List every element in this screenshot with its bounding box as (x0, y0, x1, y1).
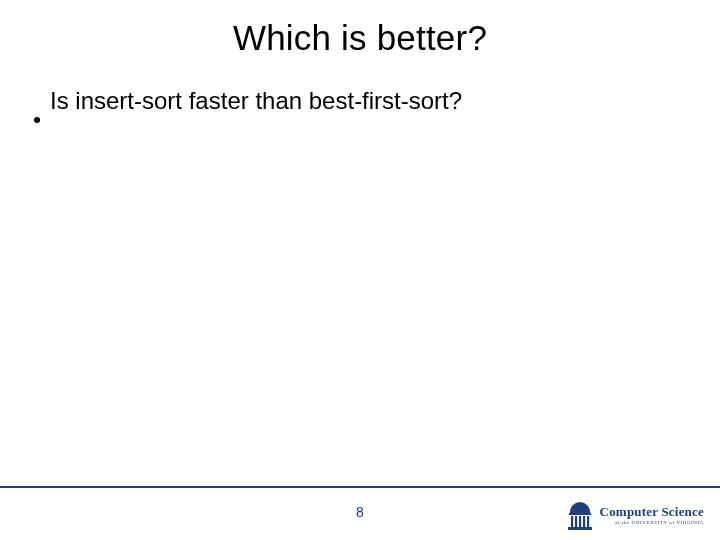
footer-logo: Computer Science at the UNIVERSITY of VI… (566, 498, 704, 532)
slide-body: Is insert-sort faster than best-first-so… (34, 86, 686, 116)
svg-rect-1 (571, 516, 573, 527)
svg-rect-6 (568, 527, 592, 530)
bullet-dot-icon (34, 117, 40, 123)
footer-logo-main: Computer Science (600, 505, 704, 518)
footer-logo-sub: at the UNIVERSITY of VIRGINIA (600, 520, 704, 525)
svg-rect-4 (583, 516, 585, 527)
slide-title: Which is better? (0, 18, 720, 58)
footer-divider (0, 486, 720, 488)
svg-rect-0 (569, 513, 591, 515)
slide: Which is better? Is insert-sort faster t… (0, 0, 720, 540)
bullet-item: Is insert-sort faster than best-first-so… (34, 86, 686, 116)
svg-rect-3 (579, 516, 581, 527)
uva-rotunda-icon (566, 498, 594, 532)
svg-rect-2 (575, 516, 577, 527)
bullet-text: Is insert-sort faster than best-first-so… (50, 86, 462, 116)
svg-rect-5 (587, 516, 589, 527)
footer-logo-text: Computer Science at the UNIVERSITY of VI… (600, 505, 704, 525)
